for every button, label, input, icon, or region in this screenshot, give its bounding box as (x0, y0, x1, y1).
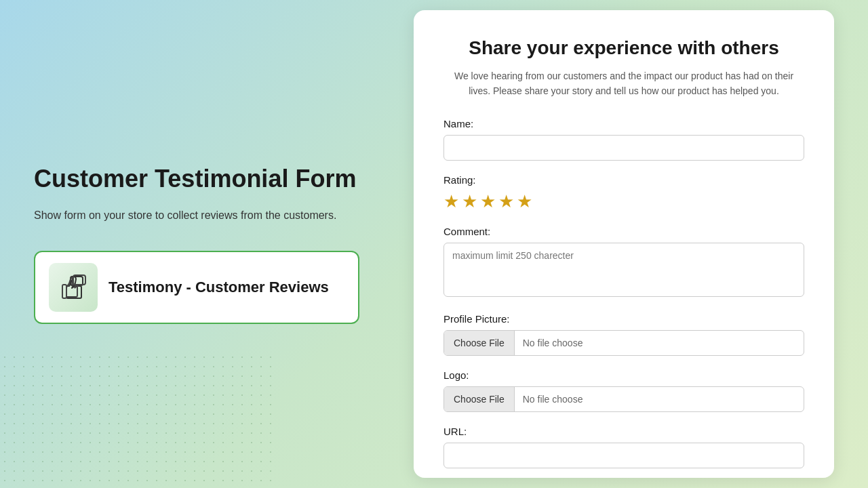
form-title: Share your experience with others (443, 37, 804, 59)
url-group: URL: (443, 426, 804, 468)
page-title: Customer Testimonial Form (34, 164, 359, 193)
app-card-title: Testimony - Customer Reviews (108, 279, 329, 296)
rating-group: Rating: ★ ★ ★ ★ ★ (443, 174, 804, 212)
star-1[interactable]: ★ (443, 191, 459, 212)
form-subtitle: We love hearing from our customers and t… (443, 68, 804, 99)
name-group: Name: (443, 118, 804, 161)
url-input[interactable] (443, 443, 804, 468)
star-4[interactable]: ★ (498, 191, 514, 212)
comment-label: Comment: (443, 226, 804, 237)
logo-choose-file-button[interactable]: Choose File (444, 387, 515, 411)
star-3[interactable]: ★ (480, 191, 496, 212)
name-input[interactable] (443, 135, 804, 161)
star-2[interactable]: ★ (462, 191, 477, 212)
profile-choose-file-button[interactable]: Choose File (444, 331, 515, 355)
profile-picture-label: Profile Picture: (443, 313, 804, 325)
profile-file-name: No file choose (515, 331, 591, 355)
name-label: Name: (443, 118, 804, 129)
rating-label: Rating: (443, 174, 804, 186)
logo-label: Logo: (443, 369, 804, 381)
app-card: Testimony - Customer Reviews (34, 251, 359, 324)
logo-file-input-wrapper: Choose File No file choose (443, 386, 804, 412)
form-card: Share your experience with others We lov… (414, 10, 834, 478)
page-description: Show form on your store to collect revie… (34, 207, 359, 224)
profile-picture-group: Profile Picture: Choose File No file cho… (443, 313, 804, 356)
comment-group: Comment: (443, 226, 804, 300)
logo-file-name: No file choose (515, 387, 591, 411)
comment-textarea[interactable] (443, 243, 804, 297)
app-icon (49, 263, 98, 312)
logo-group: Logo: Choose File No file choose (443, 369, 804, 412)
url-label: URL: (443, 426, 804, 437)
profile-file-input-wrapper: Choose File No file choose (443, 330, 804, 356)
star-5[interactable]: ★ (517, 191, 532, 212)
star-rating[interactable]: ★ ★ ★ ★ ★ (443, 191, 804, 212)
